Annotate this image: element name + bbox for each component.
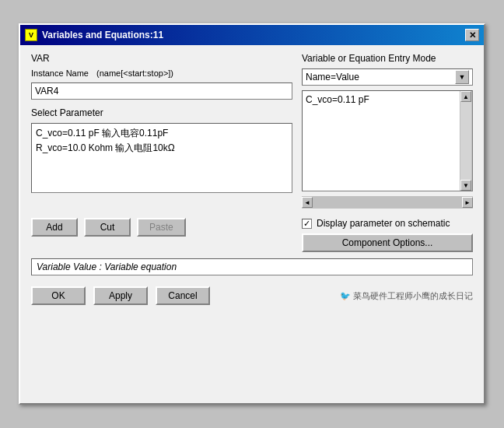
- add-cut-paste-group: Add Cut Paste: [31, 218, 292, 237]
- instance-label-row: Instance Name (name[<start:stop>]): [31, 68, 292, 78]
- cancel-button[interactable]: Cancel: [156, 286, 210, 305]
- dialog-icon: V: [25, 29, 37, 41]
- apply-button[interactable]: Apply: [93, 286, 148, 305]
- instance-sublabel: (name[<start:stop>]): [96, 68, 173, 78]
- component-options-button[interactable]: Component Options...: [302, 233, 473, 252]
- title-bar: V Variables and Equations:11 ✕: [20, 25, 484, 45]
- display-param-label: Display parameter on schematic: [317, 218, 450, 229]
- variables-equations-dialog: V Variables and Equations:11 ✕ VAR Insta…: [19, 23, 485, 405]
- entry-mode-dropdown[interactable]: Name=Value ▼: [302, 68, 473, 86]
- param-item-rvco[interactable]: R_vco=10.0 Kohm 输入电阻10kΩ: [34, 141, 289, 156]
- display-param-row: ✓ Display parameter on schematic: [302, 218, 473, 229]
- dialog-title: Variables and Equations:11: [42, 30, 163, 40]
- param-item-cvco[interactable]: C_vco=0.11 pF 输入电容0.11pF: [34, 126, 289, 141]
- instance-name-input[interactable]: [31, 82, 292, 100]
- dialog-body: VAR Instance Name (name[<start:stop>]) S…: [20, 45, 484, 403]
- param-list[interactable]: C_vco=0.11 pF 输入电容0.11pF R_vco=10.0 Kohm…: [31, 123, 292, 193]
- ok-button[interactable]: OK: [31, 286, 86, 305]
- instance-name-label: Instance Name: [31, 68, 89, 78]
- title-bar-left: V Variables and Equations:11: [25, 29, 163, 41]
- entry-mode-selected: Name=Value: [306, 72, 359, 82]
- middle-section: Add Cut Paste ✓ Display parameter on sch…: [31, 215, 473, 252]
- var-label: VAR: [31, 53, 292, 64]
- top-section: VAR Instance Name (name[<start:stop>]) S…: [31, 53, 473, 209]
- scroll-track-v: [460, 102, 471, 180]
- add-button[interactable]: Add: [31, 218, 78, 237]
- status-bar: Variable Value : Variable equation: [31, 258, 473, 275]
- select-param-label: Select Parameter: [31, 107, 292, 118]
- equation-area[interactable]: C_vco=0.11 pF ▲ ▼: [302, 90, 473, 191]
- bottom-buttons: OK Apply Cancel 🐦 菜鸟硬件工程师小鹰的成长日记: [31, 286, 473, 311]
- paste-button[interactable]: Paste: [137, 218, 186, 237]
- equation-content: C_vco=0.11 pF: [306, 94, 469, 105]
- dropdown-arrow-icon: ▼: [455, 70, 469, 84]
- scroll-right-button[interactable]: ►: [462, 197, 473, 208]
- display-param-checkbox[interactable]: ✓: [302, 219, 312, 229]
- equation-hscrollbar[interactable]: ◄ ►: [302, 196, 473, 209]
- right-lower-group: ✓ Display parameter on schematic Compone…: [302, 218, 473, 252]
- left-panel: VAR Instance Name (name[<start:stop>]) S…: [31, 53, 292, 193]
- close-button[interactable]: ✕: [465, 29, 479, 41]
- scroll-up-button[interactable]: ▲: [460, 91, 471, 102]
- cut-button[interactable]: Cut: [84, 218, 131, 237]
- entry-mode-label: Variable or Equation Entry Mode: [302, 53, 473, 64]
- scroll-down-button[interactable]: ▼: [460, 180, 471, 191]
- right-panel: Variable or Equation Entry Mode Name=Val…: [302, 53, 473, 209]
- equation-vscrollbar[interactable]: ▲ ▼: [460, 91, 472, 191]
- watermark: 🐦 菜鸟硬件工程师小鹰的成长日记: [340, 286, 473, 305]
- scroll-left-button[interactable]: ◄: [302, 197, 313, 208]
